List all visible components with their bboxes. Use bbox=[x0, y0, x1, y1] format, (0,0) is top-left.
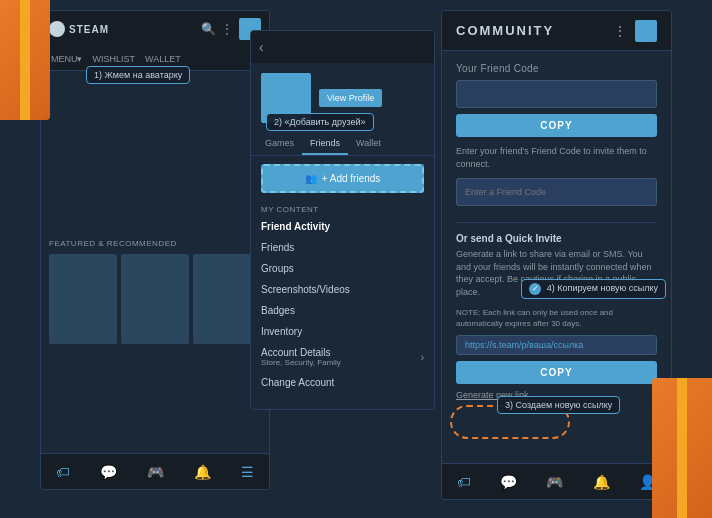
tab-games[interactable]: Games bbox=[257, 133, 302, 155]
bottom-menu-icon[interactable]: ☰ bbox=[241, 464, 254, 480]
menu-friend-activity[interactable]: Friend Activity bbox=[251, 216, 434, 237]
popup-tabs: Games Friends Wallet bbox=[251, 133, 434, 156]
friend-code-label: Your Friend Code bbox=[456, 63, 657, 74]
friend-code-input[interactable] bbox=[456, 80, 657, 108]
bottom-tag-icon[interactable]: 🏷 bbox=[56, 464, 70, 480]
community-menu-icon[interactable]: ⋮ bbox=[613, 23, 627, 39]
menu-account-details[interactable]: Account Details Store, Security, Family … bbox=[251, 342, 434, 372]
annotation-4: ✓ 4) Копируем новую ссылку bbox=[521, 279, 666, 299]
nav-wallet[interactable]: WALLET bbox=[141, 52, 185, 66]
community-panel: COMMUNITY ⋮ Your Friend Code COPY Enter … bbox=[441, 10, 672, 500]
comm-bottom-tag-icon[interactable]: 🏷 bbox=[457, 474, 471, 490]
steam-logo-icon bbox=[49, 21, 65, 37]
main-container: STEAM 🔍 ⋮ MENU▾ WISHLIST WALLET 1) Жмем … bbox=[40, 10, 672, 508]
copy-link-button[interactable]: COPY bbox=[456, 361, 657, 384]
view-profile-button[interactable]: View Profile bbox=[319, 89, 382, 107]
my-content-label: MY CONTENT bbox=[251, 201, 434, 216]
invite-description: Enter your friend's Friend Code to invit… bbox=[456, 145, 657, 170]
menu-groups[interactable]: Groups bbox=[251, 258, 434, 279]
popup-header: ‹ bbox=[251, 31, 434, 63]
tab-wallet[interactable]: Wallet bbox=[348, 133, 389, 155]
annotation-2: 2) «Добавить друзей» bbox=[266, 113, 374, 131]
bottom-bell-icon[interactable]: 🔔 bbox=[194, 464, 211, 480]
featured-cards bbox=[49, 254, 261, 344]
divider bbox=[456, 222, 657, 223]
copy-code-button[interactable]: COPY bbox=[456, 114, 657, 137]
menu-change-account[interactable]: Change Account bbox=[251, 372, 434, 393]
arrow-icon: › bbox=[421, 352, 424, 363]
steam-client: STEAM 🔍 ⋮ MENU▾ WISHLIST WALLET 1) Жмем … bbox=[40, 10, 270, 490]
menu-friends[interactable]: Friends bbox=[251, 237, 434, 258]
profile-popup: ‹ View Profile 2) «Добавить друзей» Game… bbox=[250, 30, 435, 410]
steam-logo-text: STEAM bbox=[69, 24, 109, 35]
steam-bottom-nav: 🏷 💬 🎮 🔔 ☰ bbox=[41, 453, 269, 489]
menu-icon[interactable]: ⋮ bbox=[221, 22, 233, 36]
add-friends-icon: 👥 bbox=[305, 173, 317, 184]
steam-card-1 bbox=[49, 254, 117, 344]
tab-friends[interactable]: Friends bbox=[302, 133, 348, 155]
nav-wishlist[interactable]: WISHLIST bbox=[89, 52, 140, 66]
back-button[interactable]: ‹ bbox=[259, 39, 264, 55]
account-details-sub: Store, Security, Family bbox=[261, 358, 341, 367]
gift-box-left bbox=[0, 0, 50, 120]
community-title: COMMUNITY bbox=[456, 23, 605, 38]
note-text: NOTE: Each link can only be used once an… bbox=[456, 307, 657, 329]
menu-badges[interactable]: Badges bbox=[251, 300, 434, 321]
community-avatar[interactable] bbox=[635, 20, 657, 42]
annotation-1: 1) Жмем на аватарку bbox=[86, 66, 190, 84]
featured-label: FEATURED & RECOMMENDED bbox=[49, 239, 261, 248]
or-send-label: Or send a Quick Invite bbox=[456, 233, 657, 244]
steam-card-2 bbox=[121, 254, 189, 344]
search-icon[interactable]: 🔍 bbox=[201, 22, 215, 36]
menu-screenshots[interactable]: Screenshots/Videos bbox=[251, 279, 434, 300]
enter-friend-code-input[interactable] bbox=[456, 178, 657, 206]
nav-menu[interactable]: MENU▾ bbox=[47, 52, 87, 66]
comm-bottom-bell-icon[interactable]: 🔔 bbox=[593, 474, 610, 490]
check-icon: ✓ bbox=[529, 283, 541, 295]
add-friends-button[interactable]: 👥 + Add friends bbox=[261, 164, 424, 193]
menu-inventory[interactable]: Inventory bbox=[251, 321, 434, 342]
community-bottom-nav: 🏷 💬 🎮 🔔 👤 bbox=[442, 463, 671, 499]
annotation-3: 3) Создаем новую ссылку bbox=[497, 396, 620, 414]
comm-bottom-game-icon[interactable]: 🎮 bbox=[546, 474, 563, 490]
bottom-chat-icon[interactable]: 💬 bbox=[100, 464, 117, 480]
gift-box-right-bottom bbox=[652, 378, 712, 518]
comm-bottom-chat-icon[interactable]: 💬 bbox=[500, 474, 517, 490]
community-header: COMMUNITY ⋮ bbox=[442, 11, 671, 51]
steam-content: FEATURED & RECOMMENDED bbox=[41, 71, 269, 352]
steam-logo: STEAM bbox=[49, 21, 109, 37]
link-box: https://s.team/p/ваша/ссылка bbox=[456, 335, 657, 355]
bottom-game-icon[interactable]: 🎮 bbox=[147, 464, 164, 480]
steam-titlebar: STEAM 🔍 ⋮ bbox=[41, 11, 269, 47]
account-details-label: Account Details bbox=[261, 347, 341, 358]
